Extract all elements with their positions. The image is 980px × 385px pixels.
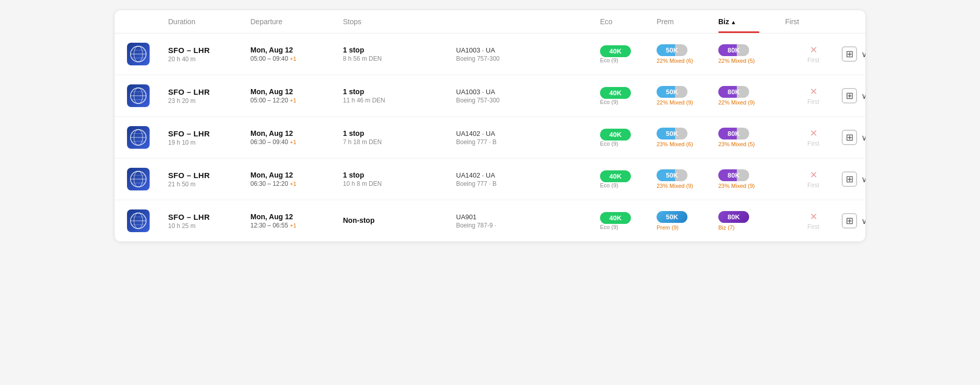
prem-col: 50K 23% Mixed (6) <box>657 128 718 147</box>
route-name: SFO – LHR <box>168 129 250 138</box>
prem-badge[interactable]: 50K <box>657 44 687 56</box>
first-col: ✕ First <box>785 169 842 189</box>
departure-col: Mon, Aug 12 12:30 – 06:55 +1 <box>250 213 343 229</box>
biz-badge[interactable]: 80K <box>718 86 749 98</box>
chevron-down-icon[interactable]: ∨ <box>861 216 865 226</box>
flight-info-col: UA1402 · UA Boeing 777 · B <box>456 171 600 187</box>
biz-badge[interactable]: 80K <box>718 128 749 139</box>
stops-main: 1 stop <box>343 46 456 54</box>
eco-badge[interactable]: 40K <box>600 170 631 182</box>
route-name: SFO – LHR <box>168 87 250 96</box>
flight-rows: SFO – LHR 20 h 40 m Mon, Aug 12 05:00 – … <box>115 33 865 241</box>
header-icon <box>127 18 168 26</box>
table-row: SFO – LHR 20 h 40 m Mon, Aug 12 05:00 – … <box>115 33 865 75</box>
departure-time: 06:30 – 09:40 +1 <box>250 138 343 146</box>
flight-results-card: Duration Departure Stops Eco Prem Biz▲ F… <box>115 10 865 241</box>
prem-badge[interactable]: 50K <box>657 211 687 223</box>
departure-date: Mon, Aug 12 <box>250 129 343 137</box>
eco-sub: Eco (9) <box>600 224 618 230</box>
expand-button[interactable]: ⊞ <box>842 88 857 103</box>
departure-col: Mon, Aug 12 05:00 – 09:40 +1 <box>250 46 343 62</box>
biz-col: 80K 23% Mixed (5) <box>718 128 785 147</box>
first-unavailable-icon: ✕ <box>810 169 818 181</box>
flight-number: UA1003 · UA <box>456 46 600 54</box>
sort-arrow-biz: ▲ <box>731 19 736 25</box>
route-name: SFO – LHR <box>168 213 250 221</box>
stops-sub: 11 h 46 m DEN <box>343 97 456 104</box>
header-departure: Departure <box>250 18 343 26</box>
chevron-down-icon[interactable]: ∨ <box>861 133 865 143</box>
duration: 19 h 10 m <box>168 139 250 146</box>
expand-button[interactable]: ⊞ <box>842 213 857 229</box>
prem-sub: 23% Mixed (9) <box>657 183 693 189</box>
duration: 21 h 50 m <box>168 181 250 188</box>
airline-logo <box>127 168 150 190</box>
expand-button[interactable]: ⊞ <box>842 171 857 187</box>
departure-date: Mon, Aug 12 <box>250 171 343 179</box>
chevron-down-icon[interactable]: ∨ <box>861 49 865 59</box>
expand-button[interactable]: ⊞ <box>842 130 857 145</box>
prem-badge[interactable]: 50K <box>657 169 687 181</box>
departure-date: Mon, Aug 12 <box>250 46 343 54</box>
first-col: ✕ First <box>785 44 842 64</box>
biz-sub: Biz (7) <box>718 224 735 231</box>
flight-info-col: UA1003 · UA Boeing 757-300 <box>456 46 600 62</box>
biz-sub: 23% Mixed (9) <box>718 183 755 189</box>
route-col: SFO – LHR 23 h 20 m <box>168 87 250 104</box>
stops-col: 1 stop 7 h 18 m DEN <box>343 129 456 146</box>
stops-col: 1 stop 11 h 46 m DEN <box>343 87 456 104</box>
biz-badge[interactable]: 80K <box>718 211 749 223</box>
stops-col: 1 stop 10 h 8 m DEN <box>343 171 456 187</box>
eco-badge[interactable]: 40K <box>600 129 631 141</box>
prem-sub: 23% Mixed (6) <box>657 141 693 147</box>
route-col: SFO – LHR 20 h 40 m <box>168 46 250 63</box>
departure-time: 05:00 – 09:40 +1 <box>250 55 343 62</box>
first-label: First <box>807 140 819 147</box>
header-eco[interactable]: Eco <box>600 18 657 26</box>
stops-main: 1 stop <box>343 171 456 179</box>
eco-badge[interactable]: 40K <box>600 87 631 99</box>
eco-col: 40K Eco (9) <box>600 212 657 230</box>
header-biz[interactable]: Biz▲ <box>718 18 785 26</box>
biz-sub: 22% Mixed (9) <box>718 99 755 106</box>
header-first[interactable]: First <box>785 18 842 26</box>
departure-plus: +1 <box>290 97 297 103</box>
expand-button[interactable]: ⊞ <box>842 46 857 62</box>
biz-col: 80K 22% Mixed (9) <box>718 86 785 106</box>
eco-badge[interactable]: 40K <box>600 212 631 224</box>
first-unavailable-icon: ✕ <box>810 128 818 139</box>
header-prem[interactable]: Prem <box>657 18 718 26</box>
first-unavailable-icon: ✕ <box>810 211 818 222</box>
aircraft-type: Boeing 777 · B <box>456 138 600 146</box>
stops-sub: 10 h 8 m DEN <box>343 180 456 187</box>
eco-sub: Eco (9) <box>600 182 618 188</box>
departure-time: 06:30 – 12:20 +1 <box>250 180 343 187</box>
aircraft-type: Boeing 757-300 <box>456 97 600 104</box>
biz-badge[interactable]: 80K <box>718 44 749 56</box>
departure-plus: +1 <box>290 56 297 62</box>
airline-logo-col <box>127 168 168 190</box>
prem-col: 50K 22% Mixed (6) <box>657 44 718 64</box>
eco-sub: Eco (9) <box>600 57 618 63</box>
first-label: First <box>807 57 819 64</box>
biz-badge[interactable]: 80K <box>718 169 749 181</box>
eco-badge[interactable]: 40K <box>600 45 631 57</box>
prem-col: 50K 22% Mixed (9) <box>657 86 718 106</box>
first-unavailable-icon: ✕ <box>810 86 818 97</box>
actions-col: ⊞ ∨ <box>842 130 865 145</box>
departure-time: 05:00 – 12:20 +1 <box>250 97 343 104</box>
prem-badge[interactable]: 50K <box>657 128 687 139</box>
chevron-down-icon[interactable]: ∨ <box>861 174 865 184</box>
prem-sub: Prem (9) <box>657 224 679 231</box>
prem-sub: 22% Mixed (6) <box>657 58 693 64</box>
table-row: SFO – LHR 23 h 20 m Mon, Aug 12 05:00 – … <box>115 75 865 117</box>
prem-col: 50K 23% Mixed (9) <box>657 169 718 189</box>
prem-badge[interactable]: 50K <box>657 86 687 98</box>
departure-date: Mon, Aug 12 <box>250 213 343 221</box>
flight-number: UA1003 · UA <box>456 88 600 96</box>
eco-col: 40K Eco (9) <box>600 129 657 147</box>
chevron-down-icon[interactable]: ∨ <box>861 91 865 101</box>
flight-number: UA1402 · UA <box>456 171 600 179</box>
flight-number: UA1402 · UA <box>456 130 600 137</box>
actions-col: ⊞ ∨ <box>842 88 865 103</box>
